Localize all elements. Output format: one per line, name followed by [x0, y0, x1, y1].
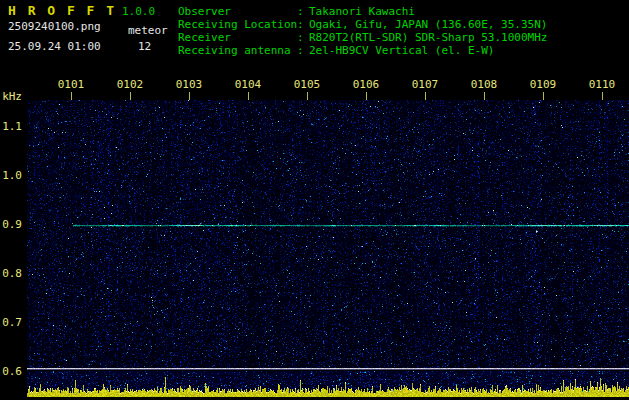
x-axis-label: 0110: [588, 78, 616, 91]
info-value: R820T2(RTL-SDR) SDR-Sharp 53.1000MHz: [309, 31, 547, 44]
info-row-location: Receiving Location:Ogaki, Gifu, JAPAN (1…: [178, 18, 547, 31]
info-label: Observer: [178, 5, 297, 18]
x-axis-tick: [71, 92, 72, 100]
info-value: Ogaki, Gifu, JAPAN (136.60E, 35.35N): [309, 18, 547, 31]
station-info: Observer:Takanori Kawachi Receiving Loca…: [178, 5, 547, 57]
y-axis-unit: kHz: [0, 91, 22, 103]
x-axis-label: 0109: [529, 78, 557, 91]
x-axis-label: 0104: [234, 78, 262, 91]
x-axis-tick: [307, 92, 308, 100]
x-axis-tick: [366, 92, 367, 100]
x-axis-tick: [484, 92, 485, 100]
info-label: Receiving antenna: [178, 44, 297, 57]
spectrogram-canvas: [27, 100, 629, 400]
output-filename: 2509240100.png: [8, 20, 101, 33]
echo-count: 12: [138, 40, 151, 53]
x-axis-label: 0102: [116, 78, 144, 91]
info-row-antenna: Receiving antenna:2el-HB9CV Vertical (el…: [178, 44, 547, 57]
x-axis-label: 0107: [411, 78, 439, 91]
y-axis-label: 0.8: [0, 268, 22, 280]
x-axis-label: 0101: [57, 78, 85, 91]
hrofft-window: H R O F F T 1.0.0 2509240100.png meteor …: [0, 0, 629, 400]
app-version: 1.0.0: [122, 5, 155, 18]
info-row-receiver: Receiver:R820T2(RTL-SDR) SDR-Sharp 53.10…: [178, 31, 547, 44]
timestamp: 25.09.24 01:00: [8, 40, 101, 53]
info-value: 2el-HB9CV Vertical (el. E-W): [309, 44, 494, 57]
x-axis-tick: [189, 92, 190, 100]
mode-label: meteor: [128, 24, 168, 37]
app-title: H R O F F T: [8, 3, 116, 18]
x-axis-tick: [602, 92, 603, 100]
x-axis-tick: [248, 92, 249, 100]
info-colon: :: [297, 18, 309, 31]
y-axis-label: 0.9: [0, 219, 22, 231]
y-axis-label: 0.6: [0, 366, 22, 378]
x-axis-tick: [130, 92, 131, 100]
x-axis-label: 0106: [352, 78, 380, 91]
y-axis-label: 1.0: [0, 170, 22, 182]
info-colon: :: [297, 31, 309, 44]
info-colon: :: [297, 5, 309, 18]
info-label: Receiver: [178, 31, 297, 44]
x-axis-label: 0103: [175, 78, 203, 91]
x-axis-tick: [543, 92, 544, 100]
info-label: Receiving Location: [178, 18, 297, 31]
x-axis-label: 0105: [293, 78, 321, 91]
info-value: Takanori Kawachi: [309, 5, 415, 18]
info-row-observer: Observer:Takanori Kawachi: [178, 5, 547, 18]
info-colon: :: [297, 44, 309, 57]
y-axis-label: 0.7: [0, 317, 22, 329]
x-axis-label: 0108: [470, 78, 498, 91]
x-axis-tick: [425, 92, 426, 100]
y-axis-label: 1.1: [0, 121, 22, 133]
